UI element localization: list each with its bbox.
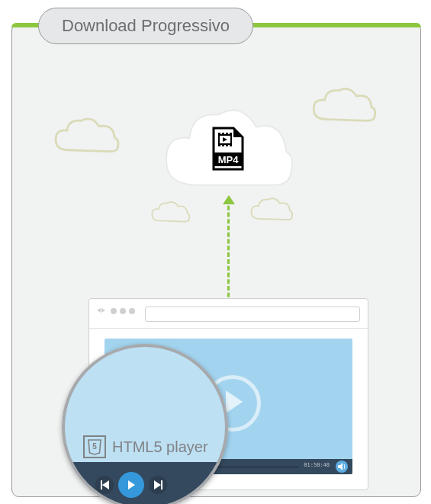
cloud-icon: [310, 85, 378, 127]
volume-icon: [336, 461, 348, 473]
zoom-controls: [65, 463, 225, 504]
panel: MP4 01:50:40: [11, 23, 421, 497]
player-label: HTML5 player: [112, 438, 208, 456]
svg-rect-7: [218, 145, 220, 146]
cloud-icon: [249, 195, 294, 224]
browser-toolbar: [89, 299, 368, 329]
next-icon: [149, 476, 167, 494]
svg-rect-3: [218, 133, 220, 134]
section-title: Download Progressivo: [38, 8, 253, 44]
svg-rect-6: [230, 133, 232, 134]
player-label-row: 5 HTML5 player: [83, 435, 208, 458]
file-format-label: MP4: [211, 154, 246, 165]
svg-text:5: 5: [92, 442, 97, 451]
diagram: MP4 01:50:40: [0, 0, 431, 504]
html5-badge-icon: 5: [83, 435, 106, 458]
svg-rect-8: [222, 145, 224, 146]
time-label: 01:50:40: [304, 462, 330, 468]
cloud-icon: [150, 199, 191, 226]
svg-rect-10: [230, 145, 232, 146]
previous-icon: [95, 476, 114, 494]
zoom-lens: 5 HTML5 player: [62, 344, 228, 504]
mp4-file-icon: MP4: [211, 127, 246, 174]
browser-nav-icons: [97, 308, 135, 316]
svg-rect-4: [222, 133, 224, 134]
browser-url-bar: [145, 307, 360, 322]
play-button-icon: [118, 472, 144, 498]
svg-rect-9: [226, 145, 228, 146]
cloud-icon: [50, 115, 123, 157]
svg-rect-5: [226, 133, 228, 134]
